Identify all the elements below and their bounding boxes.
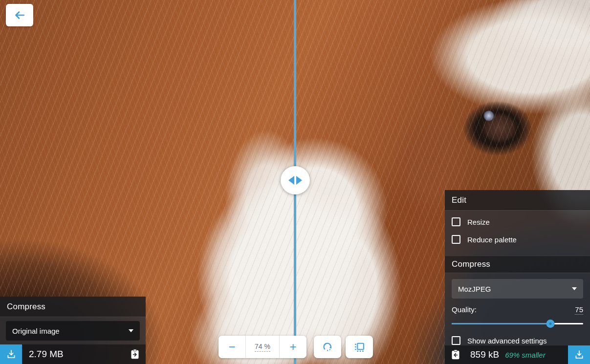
show-advanced-checkbox[interactable] [452,336,460,345]
compress-section-title: Compress [452,259,490,269]
download-compressed-button[interactable] [568,345,590,364]
edit-panel-title: Edit [452,195,466,205]
minus-icon: − [228,341,235,353]
clipboard-arrow-left-icon [450,349,461,361]
edit-option-rows: Resize Reduce palette [445,211,590,256]
resize-option-row[interactable]: Resize [452,217,583,226]
copy-to-left-button[interactable] [445,345,466,364]
savings-badge: 69% smaller [505,351,546,359]
quality-slider-thumb[interactable] [546,320,554,328]
back-button[interactable] [6,4,33,26]
download-icon [574,349,585,360]
reduce-palette-label: Reduce palette [467,236,517,244]
zoom-level-field[interactable]: 74 % [245,336,280,358]
rotate-icon [321,341,334,353]
edit-options-panel: Edit Resize Reduce palette Compress MozJ… [445,190,590,364]
left-panel-footer: 2.79 MB [0,344,146,364]
codec-select-compressed-value: MozJPEG [458,285,491,293]
zoom-in-button[interactable]: + [280,336,306,358]
reduce-palette-checkbox[interactable] [452,235,460,244]
codec-select-compressed[interactable]: MozJPEG [452,279,583,299]
plus-icon: + [289,341,296,353]
reduce-palette-option-row[interactable]: Reduce palette [452,235,583,244]
right-panel-footer: 859 kB 69% smaller [445,345,590,364]
quality-row: Quality: 75 [452,305,583,315]
two-up-icon [353,341,366,353]
resize-checkbox[interactable] [452,217,460,226]
codec-select-original-value: Original image [12,327,60,335]
back-arrow-icon [13,8,26,22]
left-triangle-icon [288,176,294,185]
comparison-slider-handle[interactable] [281,166,310,194]
chevron-down-icon [129,329,133,332]
file-size-original: 2.79 MB [29,349,64,360]
left-result-panel: Compress Original image 2.79 MB [0,297,146,364]
compress-section-header: Compress [445,256,590,273]
codec-select-original[interactable]: Original image [6,321,140,341]
show-advanced-label: Show advanced settings [467,337,547,345]
quality-slider[interactable] [452,320,583,327]
codec-select-wrap: MozJPEG [445,273,590,299]
edit-panel-header: Edit [445,190,590,211]
rotate-button[interactable] [314,336,341,358]
download-icon [6,349,17,360]
quality-slider-fill [452,323,550,324]
zoom-control-group: − 74 % + [219,336,306,358]
quality-value[interactable]: 75 [575,305,583,315]
resize-label: Resize [467,218,490,226]
chevron-down-icon [572,287,577,290]
left-panel-header: Compress [0,297,146,317]
left-panel-body: Original image [0,317,146,344]
advanced-settings-row[interactable]: Show advanced settings [452,336,583,345]
download-original-button[interactable] [0,344,22,364]
left-panel-title: Compress [7,302,45,312]
zoom-out-button[interactable]: − [219,336,245,358]
zoom-level-value: 74 % [255,343,270,352]
copy-to-right-button[interactable] [124,344,146,364]
clipboard-arrow-right-icon [129,348,141,360]
file-size-compressed: 859 kB [470,349,499,360]
zoom-toolbar: − 74 % + [219,336,373,358]
right-triangle-icon [296,176,302,185]
quality-label: Quality: [452,305,477,314]
toggle-two-up-button[interactable] [346,336,373,358]
